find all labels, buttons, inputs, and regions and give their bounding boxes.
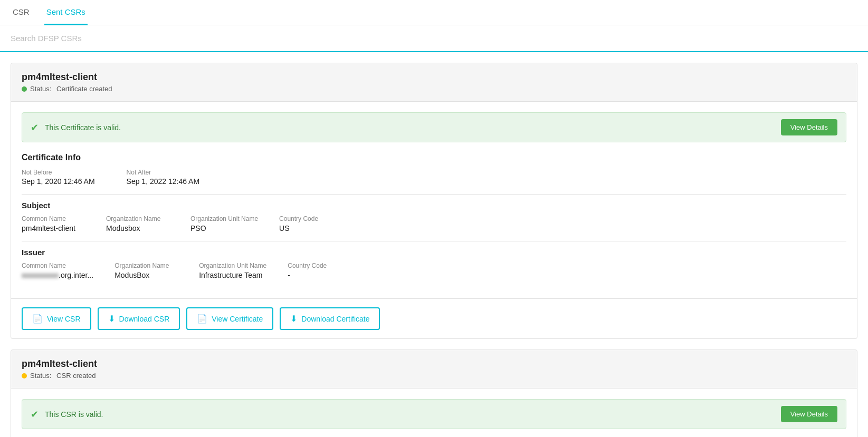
subject-cc-value: US: [279, 224, 342, 232]
subject-country: Country Code US: [279, 215, 342, 232]
not-before-field: Not Before Sep 1, 2020 12:46 AM: [22, 169, 95, 186]
cert-info-title: Certificate Info: [22, 153, 846, 162]
issuer-cc-label: Country Code: [288, 262, 351, 269]
subject-common-name: Common Name pm4mltest-client: [22, 215, 85, 232]
card-2-header: pm4mltest-client Status: CSR created: [11, 350, 857, 389]
card-1-validity-text: This Certificate is valid.: [45, 123, 775, 132]
issuer-fields-row: Common Name xxxxxxxxxx.org.inter... Orga…: [22, 262, 846, 279]
view-csr-label: View CSR: [47, 315, 81, 323]
download-csr-label: Download CSR: [119, 315, 170, 323]
card-2-status-text: CSR created: [56, 372, 96, 380]
issuer-common-name: Common Name xxxxxxxxxx.org.inter...: [22, 262, 93, 279]
issuer-ou-label: Organization Unit Name: [199, 262, 266, 269]
view-csr-button[interactable]: 📄 View CSR: [22, 307, 91, 330]
subject-ou-label: Organization Unit Name: [190, 215, 258, 222]
card-1-status-dot: [22, 86, 27, 92]
not-after-label: Not After: [127, 169, 200, 176]
card-1-buttons: 📄 View CSR ⬇ Download CSR 📄 View Certifi…: [11, 298, 857, 338]
issuer-country: Country Code -: [288, 262, 351, 279]
issuer-org-label: Organization Name: [115, 262, 178, 269]
subject-ou-value: PSO: [190, 224, 258, 232]
not-before-label: Not Before: [22, 169, 95, 176]
not-after-value: Sep 1, 2022 12:46 AM: [127, 177, 200, 186]
search-bar: [0, 25, 868, 52]
subject-org-name: Organization Name Modusbox: [106, 215, 169, 232]
download-cert-icon: ⬇: [290, 314, 297, 324]
issuer-cn-suffix: .org.inter...: [59, 271, 93, 279]
valid-check-icon: ✔: [31, 122, 39, 133]
issuer-org-value: ModusBox: [115, 271, 178, 279]
card-1-body: ✔ This Certificate is valid. View Detail…: [11, 102, 857, 298]
card-2-validity-banner: ✔ This CSR is valid. View Details: [22, 399, 846, 429]
tab-csr[interactable]: CSR: [11, 0, 32, 25]
view-certificate-button[interactable]: 📄 View Certificate: [186, 307, 273, 330]
card-2-status-label: Status:: [30, 372, 53, 380]
csr-card-1: pm4mltest-client Status: Certificate cre…: [11, 63, 857, 339]
card-1-status-text: Certificate created: [56, 85, 112, 93]
subject-title: Subject: [22, 201, 846, 210]
subject-cc-label: Country Code: [279, 215, 342, 222]
card-2-validity-text: This CSR is valid.: [45, 410, 775, 419]
not-after-field: Not After Sep 1, 2022 12:46 AM: [127, 169, 200, 186]
card-2-body: ✔ This CSR is valid. View Details: [11, 389, 857, 437]
subject-org-value: Modusbox: [106, 224, 169, 232]
dates-row: Not Before Sep 1, 2020 12:46 AM Not Afte…: [22, 169, 846, 186]
card-2-title: pm4mltest-client: [22, 358, 846, 370]
search-input[interactable]: [11, 34, 857, 43]
issuer-ou-value: Infrastructure Team: [199, 271, 266, 279]
subject-org-unit: Organization Unit Name PSO: [190, 215, 258, 232]
view-cert-label: View Certificate: [212, 315, 263, 323]
card-1-title: pm4mltest-client: [22, 72, 846, 83]
card-1-view-details-button[interactable]: View Details: [781, 119, 837, 135]
view-csr-icon: 📄: [32, 314, 43, 324]
subject-fields-row: Common Name pm4mltest-client Organizatio…: [22, 215, 846, 232]
download-csr-icon: ⬇: [108, 314, 115, 324]
card-2-status-dot: [22, 373, 27, 378]
download-certificate-button[interactable]: ⬇ Download Certificate: [280, 307, 380, 330]
view-cert-icon: 📄: [197, 314, 207, 324]
card-2-check-icon: ✔: [31, 409, 39, 420]
issuer-cn-blurred: xxxxxxxxxx: [22, 271, 59, 279]
subject-org-label: Organization Name: [106, 215, 169, 222]
card-1-status-label: Status:: [30, 85, 53, 93]
card-1-status: Status: Certificate created: [22, 85, 846, 93]
issuer-cn-value: xxxxxxxxxx.org.inter...: [22, 271, 93, 279]
issuer-cc-value: -: [288, 271, 351, 279]
issuer-org-name: Organization Name ModusBox: [115, 262, 178, 279]
csr-card-2: pm4mltest-client Status: CSR created ✔ T…: [11, 349, 857, 437]
issuer-divider: [22, 241, 846, 241]
subject-cn-value: pm4mltest-client: [22, 224, 85, 232]
card-2-view-details-button[interactable]: View Details: [781, 406, 837, 422]
issuer-cn-label: Common Name: [22, 262, 93, 269]
issuer-org-unit: Organization Unit Name Infrastructure Te…: [199, 262, 266, 279]
card-2-status: Status: CSR created: [22, 372, 846, 380]
tab-sent-csrs[interactable]: Sent CSRs: [44, 0, 88, 25]
download-csr-button[interactable]: ⬇ Download CSR: [98, 307, 180, 330]
not-before-value: Sep 1, 2020 12:46 AM: [22, 177, 95, 186]
tabs-bar: CSR Sent CSRs: [0, 0, 868, 25]
subject-divider: [22, 194, 846, 195]
issuer-title: Issuer: [22, 248, 846, 257]
subject-cn-label: Common Name: [22, 215, 85, 222]
download-cert-label: Download Certificate: [301, 315, 369, 323]
card-1-header: pm4mltest-client Status: Certificate cre…: [11, 63, 857, 102]
card-1-validity-banner: ✔ This Certificate is valid. View Detail…: [22, 112, 846, 142]
